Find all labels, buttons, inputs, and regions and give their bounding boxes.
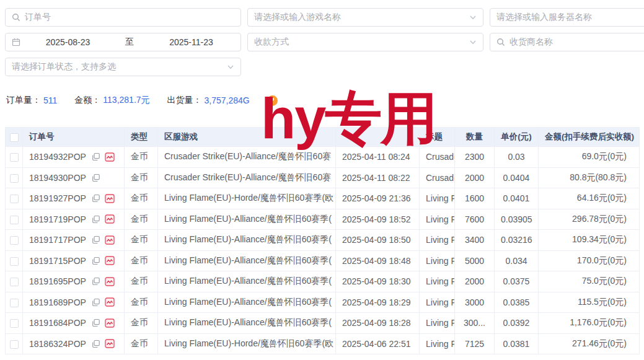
order-title: Living Fl bbox=[420, 271, 455, 292]
column-header-quantity: 数量 bbox=[455, 128, 495, 147]
chevron-down-icon bbox=[227, 63, 234, 71]
order-number: 18191717POP bbox=[29, 235, 86, 245]
game-name-select[interactable]: 请选择或输入游戏名称 bbox=[247, 8, 483, 27]
date-end-value[interactable]: 2025-11-23 bbox=[148, 37, 234, 47]
copy-icon[interactable] bbox=[92, 173, 100, 182]
order-number: 18191715POP bbox=[29, 256, 86, 266]
row-checkbox[interactable] bbox=[10, 319, 19, 328]
quantity-value: 7125 bbox=[455, 333, 495, 354]
screenshot-image-icon[interactable] bbox=[105, 152, 115, 162]
order-time: 2025-04-09 18:29 bbox=[336, 292, 420, 313]
column-header-unit-price: 单价(元) bbox=[495, 128, 539, 147]
row-checkbox[interactable] bbox=[10, 257, 19, 266]
column-header-type: 类型 bbox=[125, 128, 158, 147]
order-type: 金币 bbox=[125, 147, 158, 168]
chevron-down-icon bbox=[469, 14, 477, 21]
chevron-down-icon bbox=[469, 38, 477, 46]
help-icon[interactable]: ? bbox=[267, 95, 278, 106]
quantity-value: 2000 bbox=[455, 271, 495, 292]
table-row[interactable]: 18186324POP 金币 Living Flame(EU)-Horde/魔兽… bbox=[6, 333, 640, 354]
amount-value: 64.16元(0元) bbox=[539, 188, 640, 209]
game-server-name: Living Flame(EU)-Alliance/魔兽怀旧60赛季( bbox=[158, 209, 336, 230]
row-checkbox[interactable] bbox=[10, 299, 19, 307]
row-checkbox[interactable] bbox=[10, 195, 19, 203]
copy-icon[interactable] bbox=[92, 194, 100, 203]
receiver-name-input[interactable]: 收货商名称 bbox=[490, 33, 644, 51]
search-icon bbox=[12, 13, 20, 22]
unit-price-value: 0.03905 bbox=[495, 209, 539, 230]
screenshot-image-icon[interactable] bbox=[105, 194, 115, 203]
order-status-select[interactable]: 请选择订单状态，支持多选 bbox=[5, 58, 241, 76]
order-time: 2025-04-09 18:48 bbox=[336, 250, 420, 271]
row-checkbox[interactable] bbox=[10, 174, 19, 183]
table-row[interactable]: 18191717POP 金币 Living Flame(EU)-Alliance… bbox=[6, 230, 640, 251]
payment-method-select[interactable]: 收款方式 bbox=[247, 33, 483, 51]
copy-icon[interactable] bbox=[92, 235, 100, 244]
order-type: 金币 bbox=[125, 188, 158, 209]
row-checkbox[interactable] bbox=[10, 216, 19, 224]
table-row[interactable]: 18194932POP 金币 Crusader Strike(EU)-Allia… bbox=[6, 147, 640, 168]
amount-value: 80.8元(80.8元) bbox=[539, 167, 640, 188]
quantity-value: 300... bbox=[455, 313, 495, 334]
amount-value: 69.0元(0元) bbox=[539, 147, 640, 168]
game-server-name: Living Flame(EU)-Alliance/魔兽怀旧60赛季( bbox=[158, 271, 336, 292]
order-number: 18194930POP bbox=[29, 173, 86, 183]
order-title: Living Fl bbox=[420, 188, 455, 209]
screenshot-image-icon[interactable] bbox=[105, 277, 115, 286]
date-range-picker[interactable]: 2025-08-23 至 2025-11-23 bbox=[5, 33, 241, 51]
copy-icon[interactable] bbox=[92, 257, 100, 265]
quantity-value: 5000 bbox=[455, 250, 495, 271]
amount-value: 271.46元(0元) bbox=[539, 333, 640, 354]
order-time: 2025-04-06 22:51 bbox=[336, 333, 420, 354]
table-row[interactable]: 18191684POP 金币 Living Flame(EU)-Alliance… bbox=[6, 313, 640, 334]
order-time: 2025-04-09 21:36 bbox=[336, 188, 420, 209]
server-name-select[interactable]: 请选择或输入服务器名称 bbox=[490, 8, 644, 27]
copy-icon[interactable] bbox=[92, 277, 100, 286]
screenshot-image-icon[interactable] bbox=[105, 318, 115, 328]
screenshot-image-icon[interactable] bbox=[105, 256, 115, 265]
volume-label: 出货量： bbox=[167, 95, 202, 106]
table-row[interactable]: 18191689POP 金币 Living Flame(EU)-Alliance… bbox=[6, 292, 640, 313]
screenshot-image-icon[interactable] bbox=[105, 214, 115, 224]
table-row[interactable]: 18191695POP 金币 Living Flame(EU)-Alliance… bbox=[6, 271, 640, 292]
date-start-value[interactable]: 2025-08-23 bbox=[25, 37, 111, 47]
copy-icon[interactable] bbox=[92, 318, 100, 327]
copy-icon[interactable] bbox=[92, 298, 100, 307]
order-title: Living Fl bbox=[420, 313, 455, 334]
unit-price-value: 0.0375 bbox=[495, 271, 539, 292]
amount-value: 296.78元(0元) bbox=[539, 209, 640, 230]
order-number: 18191695POP bbox=[29, 276, 86, 286]
order-title: Living Fl bbox=[420, 209, 455, 230]
table-row[interactable]: 18191927POP 金币 Living Flame(EU)-Horde/魔兽… bbox=[6, 188, 640, 209]
game-server-name: Crusader Strike(EU)-Alliance/魔兽怀旧60赛 bbox=[158, 147, 336, 168]
order-number-input[interactable]: 订单号 bbox=[5, 8, 241, 27]
quantity-value: 7600 bbox=[455, 209, 495, 230]
receiver-name-placeholder: 收货商名称 bbox=[509, 37, 644, 48]
row-checkbox[interactable] bbox=[10, 340, 19, 349]
order-type: 金币 bbox=[125, 313, 158, 334]
screenshot-image-icon[interactable] bbox=[105, 339, 115, 348]
game-server-name: Living Flame(EU)-Horde/魔兽怀旧60赛季(欧 bbox=[158, 333, 336, 354]
payment-method-placeholder: 收款方式 bbox=[254, 37, 465, 48]
column-header-game: 区服游戏 bbox=[158, 128, 336, 147]
copy-icon[interactable] bbox=[92, 152, 100, 161]
order-type: 金币 bbox=[125, 292, 158, 313]
copy-icon[interactable] bbox=[92, 215, 100, 224]
table-row[interactable]: 18194930POP 金币 Crusader Strike(EU)-Allia… bbox=[6, 167, 640, 188]
table-row[interactable]: 18191715POP 金币 Living Flame(EU)-Alliance… bbox=[6, 250, 640, 271]
copy-icon[interactable] bbox=[92, 340, 100, 348]
calendar-icon bbox=[12, 38, 20, 46]
order-type: 金币 bbox=[125, 333, 158, 354]
screenshot-image-icon[interactable] bbox=[105, 235, 115, 245]
row-checkbox[interactable] bbox=[10, 278, 19, 286]
screenshot-image-icon[interactable] bbox=[105, 297, 115, 307]
select-all-checkbox[interactable] bbox=[10, 133, 19, 142]
game-server-name: Living Flame(EU)-Alliance/魔兽怀旧60赛季( bbox=[158, 250, 336, 271]
table-row[interactable]: 18191719POP 金币 Living Flame(EU)-Alliance… bbox=[6, 209, 640, 230]
order-number: 18191927POP bbox=[29, 193, 86, 203]
quantity-value: 2000 bbox=[455, 167, 495, 188]
row-checkbox[interactable] bbox=[10, 236, 19, 245]
row-checkbox[interactable] bbox=[10, 153, 19, 162]
unit-price-value: 0.0381 bbox=[495, 333, 539, 354]
order-time: 2025-04-11 08:22 bbox=[336, 167, 420, 188]
